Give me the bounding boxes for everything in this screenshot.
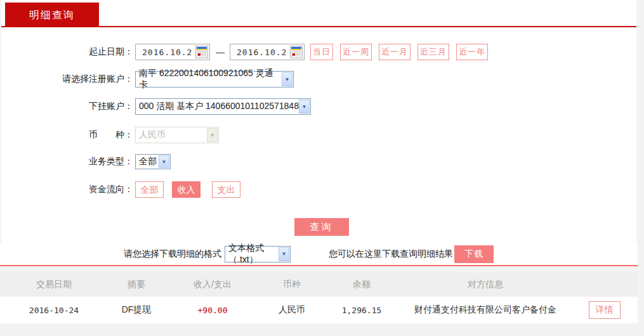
date-from-input[interactable] (142, 48, 193, 57)
table-header-row: 交易日期 摘要 收入/支出 币种 余额 对方信息 (0, 273, 638, 297)
calendar-icon[interactable] (195, 46, 208, 58)
fund-flow-row: 资金流向： 全部 收入 支出 (1, 181, 636, 198)
biz-type-value: 全部 (139, 156, 157, 167)
register-account-row: 请选择注册账户： 南平 6222001406100921065 灵通卡 ▼ (1, 71, 636, 87)
quick-range-today-button[interactable]: 当日 (310, 44, 333, 60)
flow-income-button[interactable]: 收入 (172, 181, 200, 198)
currency-label: 币 种： (1, 129, 135, 141)
quick-range-month-button[interactable]: 近一月 (379, 44, 411, 60)
query-button[interactable]: 查询 (294, 218, 349, 236)
download-format-select[interactable]: 文本格式（.txt） ▼ (225, 246, 291, 262)
flow-expense-button[interactable]: 支出 (212, 181, 240, 198)
download-hint: 您可以在这里下载查询明细结果 (329, 249, 453, 260)
table-row: 2016-10-24 DF提现 +90.00 人民币 1,296.15 财付通支… (0, 297, 638, 323)
header-currency: 币种 (260, 279, 324, 290)
download-format-value: 文本格式（.txt） (228, 243, 279, 266)
chevron-down-icon: ▼ (279, 247, 289, 261)
date-from-box (135, 44, 210, 60)
detail-query-page: 明细查询 起止日期： — 当日 近一周 近一月 近三月 近一年 (0, 0, 644, 336)
date-separator: — (216, 47, 225, 57)
flow-all-button[interactable]: 全部 (135, 181, 164, 198)
result-table: 交易日期 摘要 收入/支出 币种 余额 对方信息 2016-10-24 DF提现… (0, 273, 638, 323)
date-to-box (230, 44, 305, 60)
date-range-row: 起止日期： — 当日 近一周 近一月 近三月 近一年 (1, 44, 636, 60)
cell-currency: 人民币 (260, 304, 324, 316)
download-button[interactable]: 下载 (454, 245, 494, 263)
sub-account-select[interactable]: 000 活期 基本户 1406600101102571848 ▼ (135, 98, 311, 115)
cell-amount: +90.00 (165, 306, 260, 315)
sub-account-row: 下挂账户： 000 活期 基本户 1406600101102571848 ▼ (1, 98, 636, 115)
quick-range-3months-button[interactable]: 近三月 (417, 44, 449, 60)
cell-summary: DF提现 (108, 304, 165, 316)
date-to-input[interactable] (237, 48, 287, 57)
date-range-label: 起止日期： (1, 46, 135, 58)
header-balance: 余额 (324, 279, 400, 290)
query-form: 起止日期： — 当日 近一周 近一月 近三月 近一年 请选择注册账户： (1, 27, 636, 243)
sub-account-value: 000 活期 基本户 1406600101102571848 (139, 101, 299, 112)
chevron-down-icon: ▼ (159, 155, 169, 168)
cell-date: 2016-10-24 (0, 306, 108, 315)
header-date: 交易日期 (0, 279, 108, 290)
header-summary: 摘要 (108, 279, 165, 290)
currency-row: 币 种： 人民币 ▼ (1, 127, 636, 143)
tab-bar: 明细查询 (1, 0, 636, 27)
cell-action: 详情 (571, 301, 638, 319)
tab-detail-query[interactable]: 明细查询 (5, 3, 99, 27)
calendar-icon[interactable] (290, 46, 303, 58)
header-counterparty: 对方信息 (400, 279, 571, 290)
download-format-label: 请您选择下载明细的格式 (124, 249, 221, 260)
sub-account-label: 下挂账户： (1, 101, 135, 112)
cell-balance: 1,296.15 (324, 306, 400, 315)
biz-type-select[interactable]: 全部 ▼ (135, 154, 171, 169)
download-bar: 请您选择下载明细的格式 文本格式（.txt） ▼ 您可以在这里下载查询明细结果 … (0, 243, 638, 266)
quick-range-year-button[interactable]: 近一年 (456, 44, 488, 60)
currency-value: 人民币 (139, 129, 166, 141)
chevron-down-icon: ▼ (282, 72, 292, 86)
register-account-label: 请选择注册账户： (1, 74, 135, 85)
biz-type-label: 业务类型： (1, 156, 135, 167)
quick-range-week-button[interactable]: 近一周 (340, 44, 372, 60)
header-amount: 收入/支出 (165, 279, 260, 290)
currency-select: 人民币 ▼ (135, 127, 219, 143)
fund-flow-label: 资金流向： (1, 184, 135, 195)
chevron-down-icon: ▼ (207, 128, 218, 142)
chevron-down-icon: ▼ (299, 100, 310, 113)
detail-button[interactable]: 详情 (589, 301, 621, 319)
register-account-select[interactable]: 南平 6222001406100921065 灵通卡 ▼ (135, 71, 294, 87)
content-panel: 明细查询 起止日期： — 当日 近一周 近一月 近三月 近一年 (1, 0, 636, 243)
biz-type-row: 业务类型： 全部 ▼ (1, 154, 636, 169)
register-account-value: 南平 6222001406100921065 灵通卡 (139, 68, 282, 91)
cell-counterparty: 财付通支付科技有限公司客户备付金 (400, 304, 571, 316)
